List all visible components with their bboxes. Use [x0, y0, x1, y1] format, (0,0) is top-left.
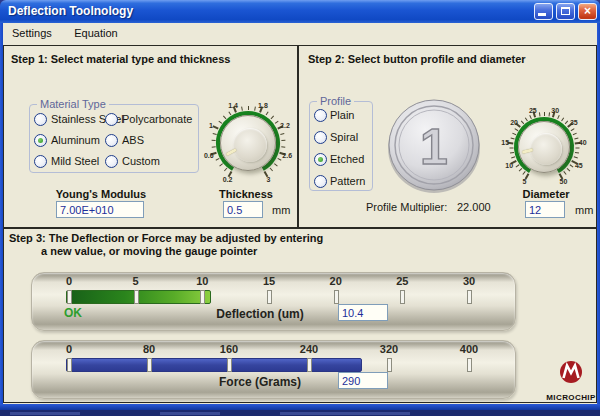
knob-tick-label: 5 [523, 177, 527, 184]
knob-tick [248, 106, 249, 110]
diameter-input[interactable] [525, 201, 565, 218]
gauge-scale-number: 0 [66, 275, 72, 287]
thickness-knob[interactable]: 0.20.611.41.82.22.63 [198, 93, 298, 193]
gauge-scale-number: 0 [66, 343, 72, 355]
application-window: Deflection Toolnology × Settings Equatio… [0, 0, 600, 416]
gauge-tick [400, 290, 405, 304]
minimize-button[interactable] [534, 3, 553, 20]
deflection-gauge[interactable]: OK Deflection (um) 051015202530 [31, 272, 516, 331]
menu-settings[interactable]: Settings [3, 23, 61, 39]
force-input[interactable] [338, 372, 388, 389]
knob-tick-label: 2.6 [282, 152, 292, 159]
radio-aluminum-label: Aluminum [51, 134, 100, 146]
gauge-scale-number: 30 [463, 275, 475, 287]
radio-spiral[interactable] [314, 131, 327, 144]
knob-tick-label: 40 [579, 139, 587, 146]
gauge-tick [67, 290, 72, 304]
gauge-tick [334, 290, 339, 304]
window-title: Deflection Toolnology [8, 4, 133, 18]
radio-abs-label: ABS [122, 134, 144, 146]
knob-tick-label: 10 [505, 161, 513, 168]
gauge-scale-number: 160 [220, 343, 238, 355]
knob-tick [575, 147, 579, 148]
knob-tick-label: 35 [570, 118, 578, 125]
knob-tick-label: 0.2 [223, 175, 233, 182]
knob-tick-label: 20 [510, 118, 518, 125]
radio-polycarbonate-label: Polycarbonate [122, 113, 192, 125]
knob-tick-label: 1.4 [228, 101, 238, 108]
step1-heading: Step 1: Select material type and thickne… [11, 53, 230, 65]
menu-bar: Settings Equation [3, 23, 597, 45]
step3-heading-line1: Step 3: The Deflection or Force may be a… [9, 232, 323, 244]
gauge-scale-number: 80 [143, 343, 155, 355]
gauge-scale-number: 20 [330, 275, 342, 287]
deflection-status: OK [64, 306, 82, 320]
radio-abs[interactable] [105, 134, 118, 147]
radio-custom-label: Custom [122, 155, 160, 167]
gauge-scale-number: 10 [196, 275, 208, 287]
gauge-tick [67, 358, 72, 372]
radio-etched-label: Etched [330, 153, 364, 165]
step2-panel: Step 2: Select button profile and diamet… [298, 45, 597, 228]
maximize-icon [561, 7, 570, 15]
gauge-bar[interactable] [66, 358, 362, 372]
youngs-modulus-input[interactable] [56, 201, 144, 218]
radio-spiral-label: Spiral [330, 131, 358, 143]
radio-custom[interactable] [105, 155, 118, 168]
radio-plain-label: Plain [330, 109, 354, 121]
gauge-tick [200, 290, 205, 304]
force-caption: Force (Grams) [152, 375, 368, 389]
profile-multiplier-value: 22.000 [457, 201, 491, 213]
radio-pattern-label: Pattern [330, 175, 365, 187]
knob-dome [530, 133, 562, 165]
close-icon: × [579, 4, 596, 19]
gauge-scale-number: 15 [263, 275, 275, 287]
step1-panel: Step 1: Select material type and thickne… [3, 45, 298, 228]
radio-plain[interactable] [314, 109, 327, 122]
profile-multiplier-label: Profile Multiplier: [366, 201, 447, 213]
close-button[interactable]: × [578, 3, 597, 20]
gauge-tick [467, 290, 472, 304]
youngs-modulus-label: Young's Modulus [41, 188, 161, 200]
knob-tick-label: 30 [551, 106, 559, 113]
knob-tick-label: 1 [209, 122, 213, 129]
radio-mild-steel-label: Mild Steel [51, 155, 99, 167]
button-preview-number: 1 [420, 119, 448, 175]
knob-tick-label: 25 [529, 106, 537, 113]
knob-tick [254, 107, 256, 111]
gauge-tick [387, 358, 392, 372]
deflection-input[interactable] [338, 304, 388, 321]
menu-equation[interactable]: Equation [65, 23, 126, 39]
microchip-branding: MICROCHIP [542, 360, 600, 402]
radio-pattern[interactable] [314, 175, 327, 188]
title-bar: Deflection Toolnology × [0, 0, 600, 23]
radio-aluminum[interactable] [34, 134, 47, 147]
profile-group-label: Profile [317, 95, 354, 107]
maximize-button[interactable] [556, 3, 575, 20]
radio-etched[interactable] [314, 153, 327, 166]
gauge-tick [227, 358, 232, 372]
minimize-icon [538, 13, 546, 16]
gauge-scale-number: 5 [133, 275, 139, 287]
knob-tick-label: 50 [560, 177, 568, 184]
radio-stainless-steel[interactable] [34, 113, 47, 126]
gauge-tick [147, 358, 152, 372]
radio-mild-steel[interactable] [34, 155, 47, 168]
gauge-scale-number: 25 [396, 275, 408, 287]
step3-panel: Step 3: The Deflection or Force may be a… [3, 228, 597, 403]
knob-tick-label: 3 [267, 175, 271, 182]
deflection-caption: Deflection (um) [152, 307, 368, 321]
thickness-input[interactable] [223, 201, 263, 218]
knob-tick-label: 15 [501, 139, 509, 146]
button-preview-image: 1 [386, 98, 482, 194]
gauge-scale-number: 240 [300, 343, 318, 355]
step2-heading: Step 2: Select button profile and diamet… [308, 53, 526, 65]
gauge-scale-number: 400 [460, 343, 478, 355]
radio-polycarbonate[interactable] [105, 113, 118, 126]
knob-tick-label: 2.2 [280, 122, 290, 129]
knob-tick-label: 1.8 [258, 101, 268, 108]
diameter-unit: mm [575, 204, 593, 216]
knob-tick-label: 0.6 [204, 152, 214, 159]
diameter-knob[interactable]: 5101520253035404550 [494, 97, 594, 197]
force-gauge[interactable]: Force (Grams) 080160240320400 [31, 340, 516, 399]
